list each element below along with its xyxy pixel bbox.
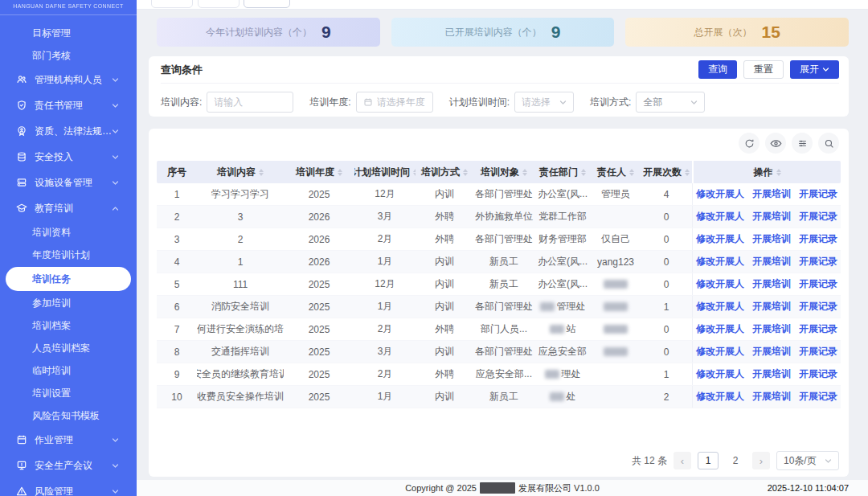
page-button-2[interactable]: 2	[725, 452, 746, 469]
conduct-training-link[interactable]: 开展培训	[752, 367, 791, 381]
tab-stub[interactable]	[151, 0, 193, 8]
table-panel: 序号培训内容培训年度计划培训时间培训方式培训对象责任部门责任人开展次数操作 1学…	[149, 129, 849, 477]
page-size-select[interactable]: 10条/页	[776, 451, 839, 470]
sort-icon[interactable]	[776, 169, 781, 176]
modify-conductor-link[interactable]: 修改开展人	[696, 210, 744, 223]
conduct-training-link[interactable]: 开展培训	[752, 300, 791, 314]
tab-stub[interactable]	[198, 0, 240, 8]
conduct-records-link[interactable]: 开展记录	[799, 232, 837, 246]
next-page-button[interactable]: ›	[752, 452, 770, 469]
modify-conductor-link[interactable]: 修改开展人	[696, 277, 744, 291]
modify-conductor-link[interactable]: 修改开展人	[696, 300, 744, 314]
sidebar-item-safety-investment[interactable]: 安全投入	[0, 144, 137, 170]
column-header-dept[interactable]: 责任部门	[534, 161, 591, 183]
column-settings-button[interactable]	[792, 133, 813, 154]
sort-icon[interactable]	[259, 169, 264, 176]
modify-conductor-link[interactable]: 修改开展人	[696, 367, 744, 381]
date-picker-input[interactable]: 请选择年度	[356, 92, 433, 113]
cell-ops: 修改开展人开展培训开展记录	[692, 228, 841, 250]
column-header-ops[interactable]: 操作	[692, 161, 841, 183]
conduct-training-link[interactable]: 开展培训	[752, 232, 791, 246]
conduct-records-link[interactable]: 开展记录	[799, 322, 837, 336]
sort-icon[interactable]	[629, 169, 634, 176]
modify-conductor-link[interactable]: 修改开展人	[696, 322, 744, 336]
users-icon	[16, 74, 27, 85]
page-button-1[interactable]: 1	[698, 452, 719, 469]
search-button[interactable]	[818, 133, 839, 154]
cell-target: 各部门管理处	[473, 183, 534, 205]
select-input[interactable]: 全部	[636, 92, 705, 113]
search-button[interactable]: 查询	[698, 60, 737, 79]
text-input[interactable]: 请输入	[207, 92, 293, 113]
modify-conductor-link[interactable]: 修改开展人	[696, 345, 744, 359]
sort-icon[interactable]	[685, 169, 690, 176]
select-input[interactable]: 请选择	[514, 92, 574, 113]
sort-icon[interactable]	[581, 169, 586, 176]
sidebar-item-facility-equipment[interactable]: 设施设备管理	[0, 170, 137, 195]
modify-conductor-link[interactable]: 修改开展人	[696, 187, 744, 201]
sidebar-item-qualification-laws[interactable]: 资质、法律法规与安...	[0, 118, 137, 144]
conduct-records-link[interactable]: 开展记录	[799, 300, 837, 314]
refresh-button[interactable]	[739, 133, 760, 154]
sidebar-item-responsibility-book[interactable]: 责任书管理	[0, 92, 137, 118]
eye-button[interactable]	[765, 133, 786, 154]
column-header-time[interactable]: 计划培训时间	[354, 161, 416, 183]
conduct-training-link[interactable]: 开展培训	[752, 277, 791, 291]
sort-icon[interactable]	[463, 169, 468, 176]
column-header-target[interactable]: 培训对象	[473, 161, 534, 183]
training-task-table: 序号培训内容培训年度计划培训时间培训方式培训对象责任部门责任人开展次数操作 1学…	[157, 161, 841, 408]
tab-stub[interactable]	[244, 0, 290, 8]
sidebar-item-personnel-training-archives[interactable]: 人员培训档案	[0, 337, 137, 359]
sort-icon[interactable]	[338, 169, 342, 176]
cell-count: 1	[641, 296, 692, 318]
expand-button[interactable]: 展开	[790, 60, 839, 79]
stat-card-1: 今年计划培训内容（个）9	[157, 18, 380, 47]
column-header-count[interactable]: 开展次数	[641, 161, 692, 183]
column-header-no[interactable]: 序号	[157, 161, 197, 183]
reset-button[interactable]: 重置	[743, 60, 784, 79]
sidebar-item-training-tasks[interactable]: 培训任务	[6, 267, 131, 291]
footer: Copyright @ 2025 发展有限公司 V1.0.0 2025-12-1…	[137, 480, 868, 496]
conduct-training-link[interactable]: 开展培训	[752, 210, 791, 223]
conduct-records-link[interactable]: 开展记录	[799, 255, 837, 268]
sidebar-item-dept-assessment[interactable]: 部门考核	[0, 44, 137, 67]
conduct-records-link[interactable]: 开展记录	[799, 210, 837, 223]
column-header-person[interactable]: 责任人	[591, 161, 641, 183]
sidebar-item-risk-notice-template[interactable]: 风险告知书模板	[0, 404, 137, 427]
column-settings-icon	[797, 138, 808, 149]
prev-page-button[interactable]: ‹	[674, 452, 691, 469]
sidebar-item-temporary-training[interactable]: 临时培训	[0, 359, 137, 382]
sidebar-item-training-settings[interactable]: 培训设置	[0, 382, 137, 404]
sidebar-item-annual-training-plan[interactable]: 年度培训计划	[0, 244, 137, 266]
conduct-training-link[interactable]: 开展培训	[752, 322, 791, 336]
sidebar-item-work-management[interactable]: 作业管理	[0, 427, 137, 453]
column-header-year[interactable]: 培训年度	[284, 161, 354, 183]
conduct-records-link[interactable]: 开展记录	[799, 367, 837, 381]
conduct-training-link[interactable]: 开展培训	[752, 345, 791, 359]
sidebar-item-risk-management[interactable]: 风险管理	[0, 478, 137, 496]
conduct-records-link[interactable]: 开展记录	[799, 277, 837, 291]
meeting-icon	[16, 460, 27, 471]
sidebar-item-training-materials[interactable]: 培训资料	[0, 221, 137, 244]
modify-conductor-link[interactable]: 修改开展人	[696, 255, 744, 268]
modify-conductor-link[interactable]: 修改开展人	[696, 232, 744, 246]
conduct-records-link[interactable]: 开展记录	[799, 187, 837, 201]
sidebar-item-safety-meeting[interactable]: 安全生产会议	[0, 453, 137, 478]
conduct-training-link[interactable]: 开展培训	[752, 390, 791, 404]
sidebar-item-goal-management[interactable]: 目标管理	[0, 22, 137, 44]
conduct-records-link[interactable]: 开展记录	[799, 345, 837, 359]
sidebar-item-training-archives[interactable]: 培训档案	[0, 314, 137, 337]
column-header-content[interactable]: 培训内容	[197, 161, 284, 183]
sort-icon[interactable]	[522, 169, 527, 176]
sidebar-item-org-personnel[interactable]: 管理机构和人员	[0, 67, 137, 92]
column-header-method[interactable]: 培训方式	[416, 161, 473, 183]
conduct-records-link[interactable]: 开展记录	[799, 390, 837, 404]
conduct-training-link[interactable]: 开展培训	[752, 255, 791, 268]
modify-conductor-link[interactable]: 修改开展人	[696, 390, 744, 404]
sidebar-item-education-training[interactable]: 教育培训	[0, 195, 137, 221]
sidebar-item-join-training[interactable]: 参加培训	[0, 292, 137, 314]
cell-person	[591, 296, 641, 318]
chevron-down-icon	[822, 66, 829, 73]
cell-year: 2025	[284, 386, 354, 408]
conduct-training-link[interactable]: 开展培训	[752, 187, 791, 201]
